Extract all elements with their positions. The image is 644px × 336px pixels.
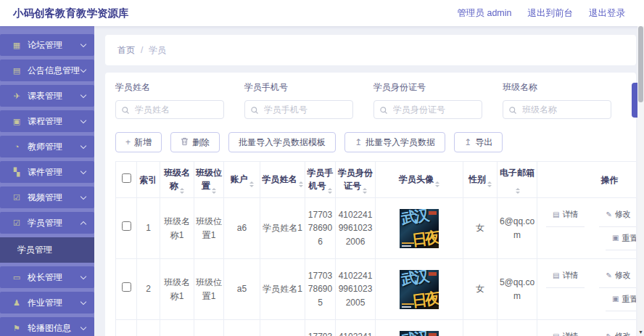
- import-template-button[interactable]: 批量导入学员数据模板: [228, 132, 336, 152]
- exit-to-front-link[interactable]: 退出到前台: [528, 7, 574, 20]
- admin-user-link[interactable]: 管理员 admin: [457, 7, 511, 20]
- student-phone-input[interactable]: [244, 100, 353, 119]
- paper-plane-icon: ✈: [12, 91, 22, 101]
- poster-caption-bar: [402, 303, 414, 305]
- sidebar-item-carousel[interactable]: ⚑ 轮播图信息: [0, 317, 94, 336]
- sidebar-item-homework[interactable]: ♟ 作业管理: [0, 292, 94, 314]
- sidebar-item-timetable[interactable]: ✈ 课表管理: [0, 85, 94, 107]
- cell-ops: ▤详情 ✎修改 ▣重置密码: [537, 198, 637, 259]
- cell-index: 2: [137, 259, 160, 320]
- edit-button[interactable]: ✎修改: [599, 206, 636, 226]
- upload-icon: ↥: [355, 137, 362, 147]
- edit-button[interactable]: ✎修改: [599, 267, 636, 287]
- add-button[interactable]: + 新增: [115, 132, 162, 152]
- sort-icon: [516, 188, 520, 194]
- checkbox-icon: ☑: [12, 218, 22, 228]
- header-avatar[interactable]: 学员头像: [376, 162, 463, 198]
- header-class-pos[interactable]: 班级位置: [194, 162, 224, 198]
- sidebar-item-announcements[interactable]: ▤ 公告信息管理: [0, 60, 94, 81]
- export-button[interactable]: ↥ 导出: [454, 132, 503, 152]
- edit-button[interactable]: ✎修改: [599, 328, 636, 336]
- table-row: 3 班级名称1 班级位置1 a4 学员姓名1 17703786904 41022…: [116, 320, 637, 336]
- header-phone[interactable]: 学员手机号: [305, 162, 336, 198]
- student-idcard-input[interactable]: [373, 100, 482, 119]
- sidebar-item-courseware[interactable]: ▚ 课件管理: [0, 161, 94, 183]
- student-avatar-image[interactable]: 武汉 日夜: [400, 270, 439, 309]
- select-all-checkbox[interactable]: [122, 173, 131, 183]
- sidebar-item-principals[interactable]: ▭ 校长管理: [0, 266, 94, 288]
- filter-label: 学员姓名: [115, 81, 224, 94]
- filter-student-name: 学员姓名: [115, 81, 224, 119]
- sidebar-item-students[interactable]: ☑ 学员管理: [0, 212, 94, 234]
- detail-button[interactable]: ▤详情: [546, 328, 585, 336]
- row-select-checkbox[interactable]: [122, 282, 131, 292]
- filter-bar: 学员姓名 学员手机号 学员身份证号: [115, 81, 626, 119]
- delete-button[interactable]: 删除: [170, 132, 220, 152]
- cell-id-no: 410224199610232005: [336, 259, 376, 320]
- sidebar-item-label: 课件管理: [28, 166, 81, 179]
- student-name-input[interactable]: [115, 100, 224, 119]
- chevron-down-icon: [80, 117, 86, 123]
- sidebar-item-teachers[interactable]: ◔ 教师管理: [0, 136, 94, 157]
- table-row: 2 班级名称1 班级位置1 a5 学员姓名1 17703786905 41022…: [116, 259, 637, 320]
- cell-class-name: 班级名称1: [160, 259, 194, 320]
- sidebar-subitem-students-active[interactable]: 学员管理: [0, 237, 94, 263]
- detail-button[interactable]: ▤详情: [546, 267, 585, 287]
- pencil-icon: ✎: [606, 209, 611, 221]
- scrollbar-down-arrow-icon[interactable]: ▼: [637, 329, 644, 335]
- header-name[interactable]: 学员姓名: [260, 162, 305, 198]
- document-icon: ▤: [553, 270, 559, 282]
- cell-ops: ▤详情 ✎修改 ▣重置密码: [537, 259, 637, 320]
- upload-icon: ↥: [464, 137, 471, 147]
- chevron-down-icon: [80, 142, 86, 148]
- cell-class-pos: 班级位置1: [194, 320, 224, 336]
- sidebar-item-courses[interactable]: ▣ 课程管理: [0, 110, 94, 132]
- student-avatar-image[interactable]: 武汉 日夜: [400, 331, 439, 336]
- scrollbar-thumb[interactable]: [638, 26, 643, 102]
- header-class-name[interactable]: 班级名称: [160, 162, 194, 198]
- sidebar-item-forum[interactable]: ▦ 论坛管理: [0, 34, 94, 56]
- header-account[interactable]: 账户: [224, 162, 260, 198]
- cell-name: 学员姓名1: [260, 320, 305, 336]
- header-links: 管理员 admin 退出到前台 退出登录: [457, 7, 625, 20]
- cell-class-name: 班级名称1: [160, 320, 194, 336]
- reset-password-button[interactable]: ▣重置密码: [606, 291, 636, 311]
- chevron-down-icon: [80, 91, 86, 97]
- breadcrumb-home[interactable]: 首页: [117, 44, 135, 57]
- student-avatar-image[interactable]: 武汉 日夜: [400, 209, 439, 248]
- chevron-down-icon: [80, 66, 86, 72]
- reset-password-button[interactable]: ▣重置密码: [606, 230, 636, 250]
- sidebar-item-label: 视频管理: [28, 192, 81, 204]
- table-toolbar: + 新增 删除 批量导入学员数据模板 ↥ 批量导入学员数据 ↥ 导出: [115, 132, 626, 152]
- sort-icon: [487, 181, 492, 187]
- flag-icon: ⚑: [12, 324, 22, 333]
- trash-icon: [181, 137, 189, 148]
- grid-icon: ▦: [12, 41, 22, 50]
- sidebar-item-label: 课表管理: [28, 90, 81, 102]
- app-title: 小码创客教育教学资源库: [13, 7, 129, 20]
- class-name-input[interactable]: [503, 100, 611, 119]
- cell-index: 1: [137, 198, 160, 259]
- sort-icon: [435, 181, 439, 187]
- import-data-button[interactable]: ↥ 批量导入学员数据: [344, 132, 445, 152]
- import-template-label: 批量导入学员数据模板: [239, 136, 326, 149]
- cell-name: 学员姓名1: [260, 259, 305, 320]
- chevron-down-icon: [80, 324, 86, 329]
- search-icon: [379, 105, 388, 118]
- sidebar: ▦ 论坛管理 ▤ 公告信息管理 ✈ 课表管理 ▣ 课程管理 ◔ 教师管理 ▚ 课…: [0, 26, 94, 336]
- logout-link[interactable]: 退出登录: [589, 7, 625, 20]
- checkbox-icon: ☑: [12, 193, 22, 202]
- row-select-checkbox[interactable]: [122, 221, 131, 231]
- header-id-no[interactable]: 学员身份证号: [336, 162, 376, 198]
- header-email[interactable]: 电子邮箱: [498, 162, 537, 198]
- sidebar-subitem-label: 学员管理: [17, 244, 52, 256]
- briefcase-icon: ▣: [12, 117, 22, 126]
- sidebar-item-label: 课程管理: [28, 115, 81, 128]
- cell-account: a4: [224, 320, 260, 336]
- cell-id-no: 410224199610232004: [336, 320, 376, 336]
- detail-button[interactable]: ▤详情: [546, 206, 585, 226]
- filter-class-name: 班级名称: [503, 81, 611, 119]
- sidebar-item-videos[interactable]: ☑ 视频管理: [0, 187, 94, 208]
- cell-class-name: 班级名称1: [160, 198, 194, 259]
- header-gender[interactable]: 性别: [463, 162, 498, 198]
